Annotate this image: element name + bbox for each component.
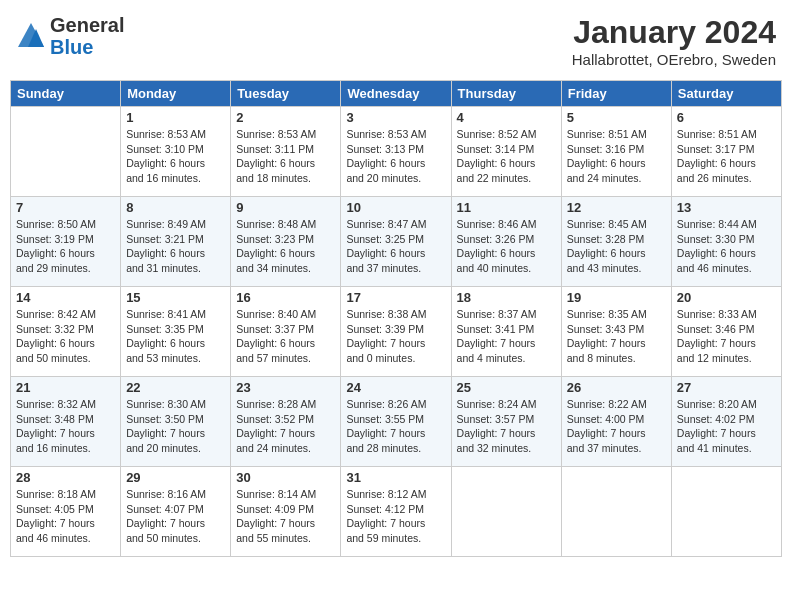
day-number: 20 xyxy=(677,290,776,305)
calendar-cell: 17Sunrise: 8:38 AM Sunset: 3:39 PM Dayli… xyxy=(341,287,451,377)
calendar-week-row: 14Sunrise: 8:42 AM Sunset: 3:32 PM Dayli… xyxy=(11,287,782,377)
cell-info: Sunrise: 8:20 AM Sunset: 4:02 PM Dayligh… xyxy=(677,397,776,456)
calendar-cell: 24Sunrise: 8:26 AM Sunset: 3:55 PM Dayli… xyxy=(341,377,451,467)
calendar-cell: 27Sunrise: 8:20 AM Sunset: 4:02 PM Dayli… xyxy=(671,377,781,467)
logo-blue: Blue xyxy=(50,36,93,58)
calendar-cell xyxy=(671,467,781,557)
day-number: 8 xyxy=(126,200,225,215)
day-number: 14 xyxy=(16,290,115,305)
calendar-cell xyxy=(11,107,121,197)
calendar-table: SundayMondayTuesdayWednesdayThursdayFrid… xyxy=(10,80,782,557)
day-number: 3 xyxy=(346,110,445,125)
day-number: 27 xyxy=(677,380,776,395)
calendar-cell: 2Sunrise: 8:53 AM Sunset: 3:11 PM Daylig… xyxy=(231,107,341,197)
day-number: 21 xyxy=(16,380,115,395)
calendar-cell: 18Sunrise: 8:37 AM Sunset: 3:41 PM Dayli… xyxy=(451,287,561,377)
day-number: 25 xyxy=(457,380,556,395)
day-number: 13 xyxy=(677,200,776,215)
day-number: 15 xyxy=(126,290,225,305)
calendar-cell: 29Sunrise: 8:16 AM Sunset: 4:07 PM Dayli… xyxy=(121,467,231,557)
day-number: 10 xyxy=(346,200,445,215)
calendar-cell: 6Sunrise: 8:51 AM Sunset: 3:17 PM Daylig… xyxy=(671,107,781,197)
day-number: 19 xyxy=(567,290,666,305)
cell-info: Sunrise: 8:12 AM Sunset: 4:12 PM Dayligh… xyxy=(346,487,445,546)
calendar-cell: 30Sunrise: 8:14 AM Sunset: 4:09 PM Dayli… xyxy=(231,467,341,557)
logo-general: General xyxy=(50,14,124,36)
day-number: 23 xyxy=(236,380,335,395)
location-title: Hallabrottet, OErebro, Sweden xyxy=(572,51,776,68)
day-number: 6 xyxy=(677,110,776,125)
calendar-cell: 10Sunrise: 8:47 AM Sunset: 3:25 PM Dayli… xyxy=(341,197,451,287)
logo-text: General Blue xyxy=(50,14,124,58)
cell-info: Sunrise: 8:53 AM Sunset: 3:11 PM Dayligh… xyxy=(236,127,335,186)
day-number: 28 xyxy=(16,470,115,485)
day-number: 5 xyxy=(567,110,666,125)
calendar-cell: 25Sunrise: 8:24 AM Sunset: 3:57 PM Dayli… xyxy=(451,377,561,467)
cell-info: Sunrise: 8:37 AM Sunset: 3:41 PM Dayligh… xyxy=(457,307,556,366)
weekday-header-saturday: Saturday xyxy=(671,81,781,107)
cell-info: Sunrise: 8:48 AM Sunset: 3:23 PM Dayligh… xyxy=(236,217,335,276)
cell-info: Sunrise: 8:22 AM Sunset: 4:00 PM Dayligh… xyxy=(567,397,666,456)
day-number: 9 xyxy=(236,200,335,215)
cell-info: Sunrise: 8:28 AM Sunset: 3:52 PM Dayligh… xyxy=(236,397,335,456)
calendar-cell: 5Sunrise: 8:51 AM Sunset: 3:16 PM Daylig… xyxy=(561,107,671,197)
day-number: 22 xyxy=(126,380,225,395)
calendar-cell: 15Sunrise: 8:41 AM Sunset: 3:35 PM Dayli… xyxy=(121,287,231,377)
calendar-cell: 12Sunrise: 8:45 AM Sunset: 3:28 PM Dayli… xyxy=(561,197,671,287)
cell-info: Sunrise: 8:26 AM Sunset: 3:55 PM Dayligh… xyxy=(346,397,445,456)
day-number: 4 xyxy=(457,110,556,125)
cell-info: Sunrise: 8:16 AM Sunset: 4:07 PM Dayligh… xyxy=(126,487,225,546)
cell-info: Sunrise: 8:32 AM Sunset: 3:48 PM Dayligh… xyxy=(16,397,115,456)
weekday-header-monday: Monday xyxy=(121,81,231,107)
cell-info: Sunrise: 8:51 AM Sunset: 3:17 PM Dayligh… xyxy=(677,127,776,186)
cell-info: Sunrise: 8:33 AM Sunset: 3:46 PM Dayligh… xyxy=(677,307,776,366)
weekday-header-wednesday: Wednesday xyxy=(341,81,451,107)
cell-info: Sunrise: 8:49 AM Sunset: 3:21 PM Dayligh… xyxy=(126,217,225,276)
day-number: 1 xyxy=(126,110,225,125)
calendar-cell: 3Sunrise: 8:53 AM Sunset: 3:13 PM Daylig… xyxy=(341,107,451,197)
calendar-cell: 26Sunrise: 8:22 AM Sunset: 4:00 PM Dayli… xyxy=(561,377,671,467)
weekday-header-friday: Friday xyxy=(561,81,671,107)
cell-info: Sunrise: 8:44 AM Sunset: 3:30 PM Dayligh… xyxy=(677,217,776,276)
weekday-header-thursday: Thursday xyxy=(451,81,561,107)
cell-info: Sunrise: 8:35 AM Sunset: 3:43 PM Dayligh… xyxy=(567,307,666,366)
day-number: 29 xyxy=(126,470,225,485)
day-number: 30 xyxy=(236,470,335,485)
cell-info: Sunrise: 8:52 AM Sunset: 3:14 PM Dayligh… xyxy=(457,127,556,186)
cell-info: Sunrise: 8:38 AM Sunset: 3:39 PM Dayligh… xyxy=(346,307,445,366)
cell-info: Sunrise: 8:46 AM Sunset: 3:26 PM Dayligh… xyxy=(457,217,556,276)
day-number: 12 xyxy=(567,200,666,215)
calendar-cell: 16Sunrise: 8:40 AM Sunset: 3:37 PM Dayli… xyxy=(231,287,341,377)
calendar-cell: 21Sunrise: 8:32 AM Sunset: 3:48 PM Dayli… xyxy=(11,377,121,467)
cell-info: Sunrise: 8:14 AM Sunset: 4:09 PM Dayligh… xyxy=(236,487,335,546)
logo-icon xyxy=(16,21,46,51)
cell-info: Sunrise: 8:42 AM Sunset: 3:32 PM Dayligh… xyxy=(16,307,115,366)
calendar-cell: 11Sunrise: 8:46 AM Sunset: 3:26 PM Dayli… xyxy=(451,197,561,287)
page-header: General Blue January 2024 Hallabrottet, … xyxy=(10,10,782,72)
cell-info: Sunrise: 8:50 AM Sunset: 3:19 PM Dayligh… xyxy=(16,217,115,276)
day-number: 18 xyxy=(457,290,556,305)
day-number: 24 xyxy=(346,380,445,395)
title-block: January 2024 Hallabrottet, OErebro, Swed… xyxy=(572,14,776,68)
calendar-cell: 22Sunrise: 8:30 AM Sunset: 3:50 PM Dayli… xyxy=(121,377,231,467)
cell-info: Sunrise: 8:18 AM Sunset: 4:05 PM Dayligh… xyxy=(16,487,115,546)
calendar-cell: 8Sunrise: 8:49 AM Sunset: 3:21 PM Daylig… xyxy=(121,197,231,287)
cell-info: Sunrise: 8:53 AM Sunset: 3:13 PM Dayligh… xyxy=(346,127,445,186)
calendar-cell: 23Sunrise: 8:28 AM Sunset: 3:52 PM Dayli… xyxy=(231,377,341,467)
cell-info: Sunrise: 8:30 AM Sunset: 3:50 PM Dayligh… xyxy=(126,397,225,456)
calendar-cell xyxy=(451,467,561,557)
weekday-header-sunday: Sunday xyxy=(11,81,121,107)
day-number: 7 xyxy=(16,200,115,215)
cell-info: Sunrise: 8:40 AM Sunset: 3:37 PM Dayligh… xyxy=(236,307,335,366)
calendar-cell: 7Sunrise: 8:50 AM Sunset: 3:19 PM Daylig… xyxy=(11,197,121,287)
calendar-cell: 1Sunrise: 8:53 AM Sunset: 3:10 PM Daylig… xyxy=(121,107,231,197)
day-number: 31 xyxy=(346,470,445,485)
day-number: 11 xyxy=(457,200,556,215)
calendar-cell: 28Sunrise: 8:18 AM Sunset: 4:05 PM Dayli… xyxy=(11,467,121,557)
calendar-week-row: 28Sunrise: 8:18 AM Sunset: 4:05 PM Dayli… xyxy=(11,467,782,557)
calendar-cell: 20Sunrise: 8:33 AM Sunset: 3:46 PM Dayli… xyxy=(671,287,781,377)
logo: General Blue xyxy=(16,14,124,58)
calendar-cell: 14Sunrise: 8:42 AM Sunset: 3:32 PM Dayli… xyxy=(11,287,121,377)
month-title: January 2024 xyxy=(572,14,776,51)
weekday-header-row: SundayMondayTuesdayWednesdayThursdayFrid… xyxy=(11,81,782,107)
